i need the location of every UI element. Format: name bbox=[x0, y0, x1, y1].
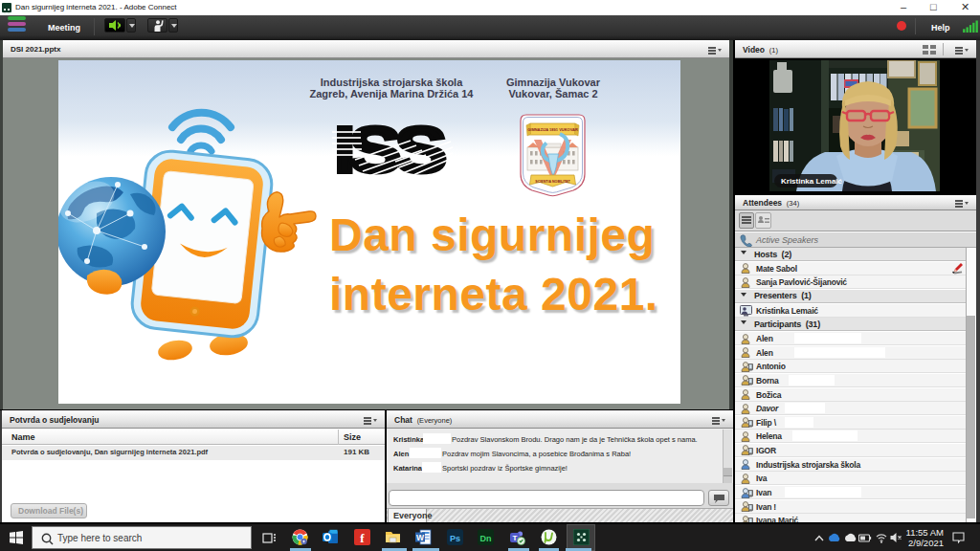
svg-text:Dn: Dn bbox=[480, 534, 492, 543]
svg-text:W: W bbox=[416, 533, 425, 542]
svg-text:f: f bbox=[360, 531, 365, 545]
svg-text:Kristinka Lemaić: Kristinka Lemaić bbox=[781, 177, 843, 186]
svg-text:SCIENTIA NOBILITAT: SCIENTIA NOBILITAT bbox=[535, 180, 570, 184]
svg-text:GIMNAZIJA 1891 VUKOVAR: GIMNAZIJA 1891 VUKOVAR bbox=[527, 127, 578, 132]
svg-text:Ps: Ps bbox=[450, 534, 460, 543]
svg-text:T: T bbox=[513, 534, 518, 542]
